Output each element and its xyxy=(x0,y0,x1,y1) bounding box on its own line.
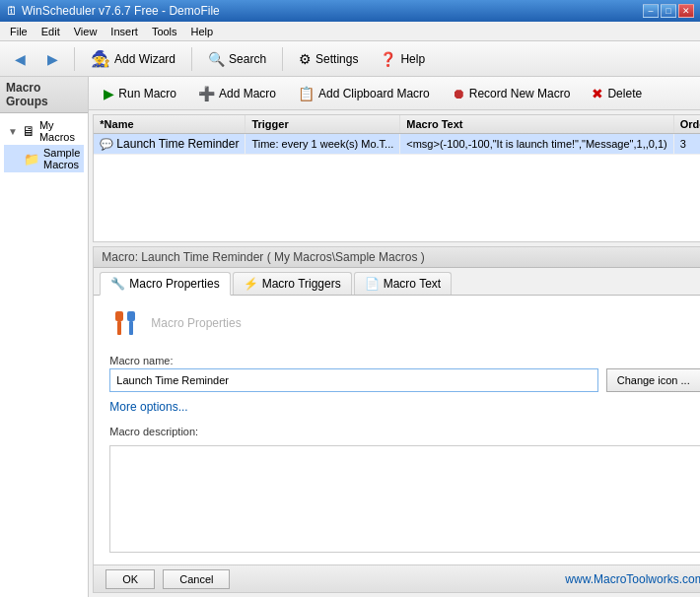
search-icon: 🔍 xyxy=(208,51,225,67)
svg-rect-1 xyxy=(117,321,121,335)
sidebar: Macro Groups ▼ 🖥 My Macros 📁 Sample Macr… xyxy=(0,77,89,597)
website-text: www.MacroToolworks.com xyxy=(565,572,700,586)
bottom-buttons: OK Cancel xyxy=(105,569,230,589)
tab-triggers-label: Macro Triggers xyxy=(262,277,341,291)
clipboard-icon: 📋 xyxy=(298,86,315,101)
add-wizard-button[interactable]: 🧙 Add Wizard xyxy=(82,45,184,72)
props-header-text: Macro: Launch Time Reminder ( My Macros\… xyxy=(102,250,424,264)
props-title-text: Macro Properties xyxy=(151,316,241,330)
help-icon: ❓ xyxy=(380,51,396,67)
run-macro-icon: ▶ xyxy=(104,86,114,101)
run-macro-label: Run Macro xyxy=(118,87,176,100)
macro-type-icon: 💬 xyxy=(100,138,113,150)
col-macro-text: Macro Text xyxy=(400,115,673,134)
main-content: Macro Groups ▼ 🖥 My Macros 📁 Sample Macr… xyxy=(0,77,700,597)
svg-rect-2 xyxy=(127,311,135,321)
record-new-button[interactable]: ⏺ Record New Macro xyxy=(443,82,580,105)
add-macro-icon: ➕ xyxy=(198,86,215,101)
add-macro-button[interactable]: ➕ Add Macro xyxy=(189,82,285,105)
toolbar-separator-1 xyxy=(74,47,75,71)
add-clipboard-label: Add Clipboard Macro xyxy=(318,87,430,100)
maximize-button[interactable]: □ xyxy=(661,4,676,18)
tab-triggers-icon: ⚡ xyxy=(244,277,258,291)
more-options-text: More options... xyxy=(109,400,187,414)
tree-item-my-macros[interactable]: ▼ 🖥 My Macros xyxy=(4,117,84,145)
title-text: WinScheduler v7.6.7 Free - DemoFile xyxy=(22,4,220,18)
website-link[interactable]: www.MacroToolworks.com xyxy=(565,572,700,586)
my-macros-icon: 🖥 xyxy=(22,123,35,139)
sidebar-tree: ▼ 🖥 My Macros 📁 Sample Macros xyxy=(0,113,88,597)
macro-props-icon xyxy=(109,307,141,339)
sidebar-header-label: Macro Groups xyxy=(6,81,48,108)
macro-desc-input[interactable] xyxy=(109,445,700,553)
tab-text-icon: 📄 xyxy=(365,277,380,291)
sample-macros-icon: 📁 xyxy=(24,152,39,166)
forward-button[interactable]: ▶ xyxy=(38,47,67,71)
right-panel: ▶ Run Macro ➕ Add Macro 📋 Add Clipboard … xyxy=(89,77,700,597)
delete-button[interactable]: ✖ Delete xyxy=(583,82,651,105)
tab-macro-triggers[interactable]: ⚡ Macro Triggers xyxy=(233,272,352,295)
menu-view[interactable]: View xyxy=(68,24,104,39)
my-macros-label: My Macros xyxy=(39,119,80,143)
props-content: Macro Properties Macro name: Change icon… xyxy=(94,296,700,564)
settings-label: Settings xyxy=(315,52,358,66)
macro-name-label: Macro name: xyxy=(109,355,700,366)
cell-macro-text: <msg>(-100,-100,"It is launch time!","Me… xyxy=(400,134,673,155)
minimize-button[interactable]: – xyxy=(643,4,659,18)
menu-bar: File Edit View Insert Tools Help xyxy=(0,22,700,41)
macro-name-input[interactable] xyxy=(109,368,597,392)
props-header: Macro: Launch Time Reminder ( My Macros\… xyxy=(94,247,700,268)
menu-tools[interactable]: Tools xyxy=(146,24,183,39)
tab-macro-properties[interactable]: 🔧 Macro Properties xyxy=(100,272,230,296)
close-button[interactable]: ✕ xyxy=(678,4,694,18)
svg-rect-0 xyxy=(115,311,123,321)
more-options-link[interactable]: More options... xyxy=(109,400,700,414)
help-button[interactable]: ❓ Help xyxy=(371,47,434,71)
menu-insert[interactable]: Insert xyxy=(105,24,144,39)
sidebar-header: Macro Groups xyxy=(0,77,88,113)
tab-properties-label: Macro Properties xyxy=(129,277,219,291)
toolbar-separator-2 xyxy=(191,47,192,71)
props-tabs: 🔧 Macro Properties ⚡ Macro Triggers 📄 Ma… xyxy=(94,268,700,296)
macro-table: *Name Trigger Macro Text Order 💬 Launch … xyxy=(94,115,700,155)
col-trigger: Trigger xyxy=(245,115,400,134)
add-macro-label: Add Macro xyxy=(219,87,276,100)
props-title: Macro Properties xyxy=(109,307,700,339)
add-clipboard-button[interactable]: 📋 Add Clipboard Macro xyxy=(289,82,439,105)
delete-icon: ✖ xyxy=(592,86,603,101)
title-bar: 🗓 WinScheduler v7.6.7 Free - DemoFile – … xyxy=(0,0,700,22)
search-label: Search xyxy=(229,52,266,66)
table-row[interactable]: 💬 Launch Time Reminder Time: every 1 wee… xyxy=(94,134,700,155)
title-bar-controls: – □ ✕ xyxy=(643,4,694,18)
cancel-button[interactable]: Cancel xyxy=(163,569,230,589)
macro-name-field-group: Macro name: Change icon ... xyxy=(109,355,700,392)
record-new-label: Record New Macro xyxy=(469,87,571,100)
menu-file[interactable]: File xyxy=(4,24,34,39)
svg-rect-3 xyxy=(129,321,133,335)
tab-macro-text[interactable]: 📄 Macro Text xyxy=(354,272,452,295)
search-button[interactable]: 🔍 Search xyxy=(199,47,275,71)
run-macro-button[interactable]: ▶ Run Macro xyxy=(95,82,185,105)
menu-edit[interactable]: Edit xyxy=(35,24,66,39)
action-toolbar: ▶ Run Macro ➕ Add Macro 📋 Add Clipboard … xyxy=(89,77,700,110)
tree-item-sample-macros[interactable]: 📁 Sample Macros xyxy=(4,145,84,172)
sample-macros-label: Sample Macros xyxy=(43,147,80,170)
app-icon: 🗓 xyxy=(6,4,18,18)
macro-table-area: *Name Trigger Macro Text Order 💬 Launch … xyxy=(93,114,700,242)
settings-button[interactable]: ⚙ Settings xyxy=(290,47,367,71)
ok-button[interactable]: OK xyxy=(105,569,155,589)
wizard-icon: 🧙 xyxy=(91,49,110,68)
props-panel: Macro: Launch Time Reminder ( My Macros\… xyxy=(93,246,700,593)
cell-order: 3 xyxy=(673,134,700,155)
add-wizard-label: Add Wizard xyxy=(114,52,175,66)
col-name: *Name xyxy=(94,115,245,134)
help-label: Help xyxy=(400,52,425,66)
change-icon-button[interactable]: Change icon ... xyxy=(606,368,700,392)
menu-help[interactable]: Help xyxy=(185,24,220,39)
back-button[interactable]: ◀ xyxy=(6,47,35,71)
cell-trigger: Time: every 1 week(s) Mo.T... xyxy=(245,134,400,155)
macro-name-row: Change icon ... xyxy=(109,368,700,392)
record-icon: ⏺ xyxy=(452,86,465,101)
forward-icon: ▶ xyxy=(47,51,58,67)
settings-icon: ⚙ xyxy=(299,51,312,67)
